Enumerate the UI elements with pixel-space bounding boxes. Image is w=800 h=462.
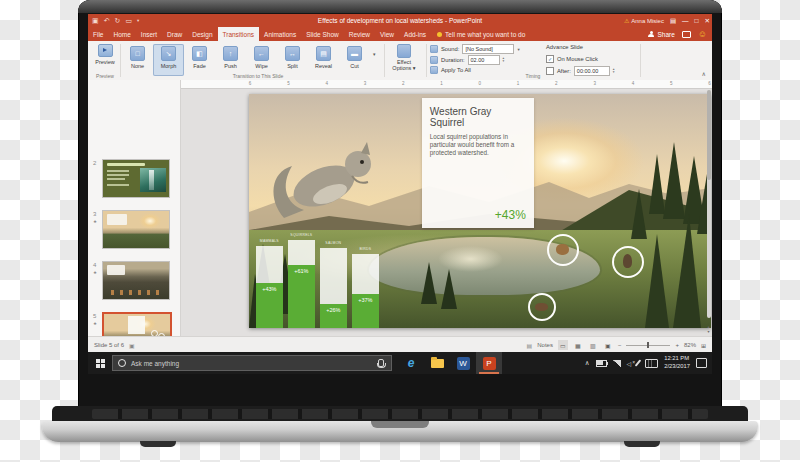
- transition-item[interactable]: ↔ Split: [277, 44, 308, 76]
- chart-bar[interactable]: SQUIRRELS +61%: [288, 240, 315, 328]
- ruler-tick-label: 0: [479, 81, 482, 86]
- microphone-icon[interactable]: [378, 359, 384, 367]
- notes-icon: ▤: [527, 342, 533, 349]
- apply-to-all-button[interactable]: Apply To All: [430, 66, 471, 74]
- slide-canvas[interactable]: Western Gray Squirrel Local squirrel pop…: [249, 94, 711, 328]
- group-label-timing: Timing: [468, 73, 598, 79]
- owl-highlight-circle[interactable]: [612, 246, 644, 278]
- zoom-in-button[interactable]: +: [675, 342, 679, 348]
- slide-sorter-view-button[interactable]: ▦: [573, 340, 583, 350]
- slide-nav-buttons[interactable]: ▴▾: [705, 324, 712, 334]
- ribbon-tab[interactable]: Review: [344, 27, 375, 41]
- zoom-slider-thumb[interactable]: [647, 342, 650, 348]
- ribbon-tab[interactable]: File: [88, 27, 108, 41]
- slide-thumbnail-4[interactable]: [102, 261, 170, 300]
- effect-options-icon: [397, 44, 411, 58]
- gallery-more-button[interactable]: ▾: [373, 51, 376, 57]
- taskbar-edge-icon[interactable]: e: [398, 352, 424, 374]
- effect-options-button[interactable]: Effect Options ▾: [388, 44, 420, 74]
- vertical-scrollbar[interactable]: [707, 90, 711, 318]
- sound-select[interactable]: [No Sound]: [462, 44, 514, 54]
- cortana-search-box[interactable]: Ask me anything: [112, 355, 392, 371]
- battery-icon[interactable]: [596, 360, 607, 367]
- squirrel-image[interactable]: [261, 122, 391, 222]
- fit-slide-icon[interactable]: ⊞: [701, 342, 706, 349]
- bar-category-label: BIRDS: [352, 247, 379, 251]
- transition-item[interactable]: ← Wipe: [246, 44, 277, 76]
- reading-view-button[interactable]: ▥: [588, 340, 598, 350]
- ribbon-tab[interactable]: Add-ins: [399, 27, 431, 41]
- taskbar-word-icon[interactable]: W: [450, 352, 476, 374]
- ribbon-tab[interactable]: Slide Show: [301, 27, 344, 41]
- comments-icon[interactable]: [682, 31, 691, 38]
- ribbon-tab[interactable]: View: [375, 27, 399, 41]
- ribbon-tab[interactable]: Draw: [162, 27, 187, 41]
- animation-indicator-icon: ★: [93, 321, 97, 326]
- chart-bar[interactable]: MAMMALS +43%: [256, 246, 283, 328]
- taskbar-clock[interactable]: 12:21 PM 2/23/2017: [664, 355, 690, 370]
- zoom-out-button[interactable]: −: [618, 342, 622, 348]
- thumb-number: 5: [93, 313, 96, 319]
- zoom-slider[interactable]: [626, 345, 670, 346]
- ribbon-tab-row: FileHomeInsertDrawDesignTransitionsAnima…: [88, 27, 712, 41]
- slide-thumbnail-2[interactable]: [102, 159, 170, 198]
- deer-highlight-circle[interactable]: [547, 234, 579, 266]
- zoom-percent[interactable]: 82%: [684, 342, 696, 348]
- pen-icon[interactable]: [635, 359, 642, 366]
- preview-button[interactable]: Preview: [92, 44, 118, 72]
- spell-check-icon[interactable]: ▣: [129, 342, 135, 349]
- slide-thumbnail-3[interactable]: [102, 210, 170, 249]
- slide-text-card[interactable]: Western Gray Squirrel Local squirrel pop…: [422, 98, 534, 228]
- share-button[interactable]: Share: [648, 31, 674, 38]
- transition-item[interactable]: ▬ Cut: [339, 44, 370, 76]
- ribbon-tab[interactable]: Home: [108, 27, 135, 41]
- feedback-smiley-icon[interactable]: ☺: [698, 30, 707, 39]
- slide-workspace: 6543210123456: [181, 80, 712, 336]
- maximize-button[interactable]: □: [695, 17, 699, 24]
- status-bar: Slide 5 of 6 ▣ ▤ Notes ▭ ▦ ▥ ▣ − + 82% ⊞: [88, 336, 712, 353]
- owl-image: [623, 254, 632, 268]
- duration-input[interactable]: 02.00: [468, 55, 500, 65]
- slide-chart[interactable]: MAMMALS +43% SQUIRRELS +61% SALMON +26%: [256, 240, 379, 328]
- on-mouse-click-checkbox[interactable]: ✓: [546, 55, 554, 63]
- transition-item[interactable]: ▤ Reveal: [308, 44, 339, 76]
- volume-muted-icon[interactable]: ◁: [627, 360, 632, 367]
- duration-spinner[interactable]: ▴▾: [503, 57, 505, 63]
- ribbon-tabs: FileHomeInsertDrawDesignTransitionsAnima…: [88, 27, 431, 41]
- powerpoint-icon: P: [483, 357, 496, 370]
- file-explorer-icon: [431, 359, 444, 368]
- taskbar-powerpoint-icon-active[interactable]: P: [476, 352, 502, 374]
- ribbon-tab[interactable]: Transitions: [218, 27, 260, 41]
- signin-user[interactable]: ⚠Anna Misiec: [624, 17, 664, 24]
- ribbon: Preview □ None ↘ Morph ◧ Fade ↑ Pu: [88, 41, 712, 81]
- horizontal-ruler[interactable]: 6543210123456: [181, 80, 712, 89]
- taskbar-explorer-icon[interactable]: [424, 352, 450, 374]
- action-center-icon[interactable]: [696, 358, 707, 368]
- slide-thumbnail-5-selected[interactable]: [102, 312, 172, 336]
- transition-item[interactable]: ↘ Morph: [153, 44, 184, 76]
- network-icon[interactable]: [613, 360, 621, 367]
- tray-expand-icon[interactable]: ∧: [585, 359, 590, 367]
- minimize-button[interactable]: —: [682, 17, 689, 24]
- tell-me-box[interactable]: Tell me what you want to do: [437, 27, 525, 41]
- ribbon-tab[interactable]: Design: [187, 27, 217, 41]
- ribbon-display-options-icon[interactable]: ▤: [670, 17, 676, 25]
- start-button[interactable]: [88, 352, 112, 374]
- notes-button[interactable]: Notes: [537, 342, 553, 348]
- normal-view-button[interactable]: ▭: [558, 340, 568, 350]
- touch-keyboard-icon[interactable]: [645, 359, 658, 368]
- slideshow-view-button[interactable]: ▣: [603, 340, 613, 350]
- ribbon-tab[interactable]: Animations: [259, 27, 301, 41]
- transition-item[interactable]: ↑ Push: [215, 44, 246, 76]
- close-button[interactable]: ✕: [705, 17, 710, 25]
- chart-bar[interactable]: BIRDS +37%: [352, 254, 379, 328]
- ribbon-tab[interactable]: Insert: [136, 27, 162, 41]
- beaver-highlight-circle[interactable]: [528, 293, 556, 321]
- bar-category-label: SQUIRRELS: [288, 233, 315, 237]
- ruler-tick-label: 3: [593, 81, 596, 86]
- after-spinner[interactable]: ▴▾: [613, 68, 615, 74]
- transition-item[interactable]: ◧ Fade: [184, 44, 215, 76]
- transition-item[interactable]: □ None: [122, 44, 153, 76]
- collapse-ribbon-icon[interactable]: ∧: [702, 70, 706, 77]
- chart-bar[interactable]: SALMON +26%: [320, 248, 347, 328]
